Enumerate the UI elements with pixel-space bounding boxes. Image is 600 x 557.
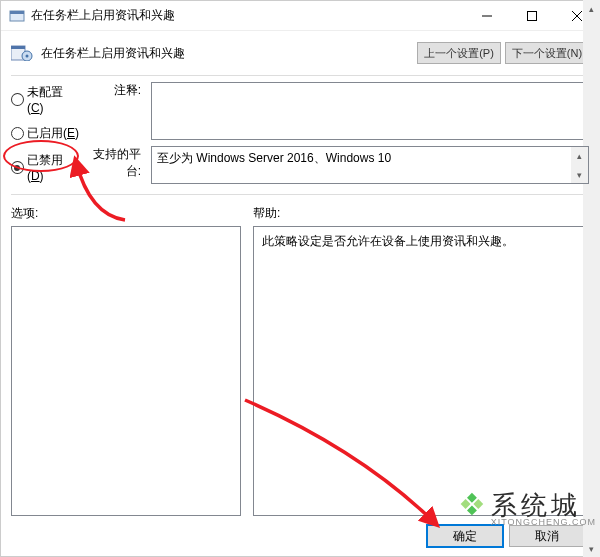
scrollbar[interactable]: ▴ ▾ (571, 147, 588, 183)
policy-icon (11, 45, 33, 61)
help-header: 帮助: (253, 205, 280, 222)
previous-setting-button[interactable]: 上一个设置(P) (417, 42, 501, 64)
svg-point-6 (26, 55, 29, 58)
radio-icon (11, 93, 24, 106)
help-text: 此策略设定是否允许在设备上使用资讯和兴趣。 (262, 234, 514, 248)
supported-platform-box: 至少为 Windows Server 2016、Windows 10 ▴ ▾ (151, 146, 589, 184)
svg-rect-1 (10, 11, 24, 14)
scroll-up-icon: ▴ (571, 147, 588, 164)
radio-label-enabled: 已启用(E) (27, 125, 79, 142)
help-pane: 此策略设定是否允许在设备上使用资讯和兴趣。 (253, 226, 589, 516)
comment-textarea[interactable]: ▴ ▾ (151, 82, 589, 140)
radio-disabled[interactable]: 已禁用(D) (11, 152, 79, 183)
svg-rect-4 (11, 46, 25, 49)
header-toolbar: 在任务栏上启用资讯和兴趣 上一个设置(P) 下一个设置(N) (1, 31, 599, 75)
next-setting-button[interactable]: 下一个设置(N) (505, 42, 589, 64)
dialog-window: 在任务栏上启用资讯和兴趣 在任务栏上启用资讯和兴趣 上一个设置(P) (0, 0, 600, 557)
platform-label: 支持的平台: (87, 146, 147, 180)
scroll-down-icon: ▾ (571, 166, 588, 183)
policy-title: 在任务栏上启用资讯和兴趣 (41, 45, 185, 62)
radio-label-not-configured: 未配置(C) (27, 84, 79, 115)
window-icon (9, 8, 25, 24)
minimize-button[interactable] (464, 1, 509, 30)
ok-button[interactable]: 确定 (427, 525, 503, 547)
titlebar: 在任务栏上启用资讯和兴趣 (1, 1, 599, 31)
radio-not-configured[interactable]: 未配置(C) (11, 84, 79, 115)
radio-label-disabled: 已禁用(D) (27, 152, 79, 183)
platform-value: 至少为 Windows Server 2016、Windows 10 (157, 150, 391, 167)
options-header: 选项: (11, 205, 241, 222)
radio-icon (11, 127, 24, 140)
radio-enabled[interactable]: 已启用(E) (11, 125, 79, 142)
divider (11, 194, 589, 195)
radio-icon (11, 161, 24, 174)
svg-rect-2 (527, 11, 536, 20)
scrollbar[interactable]: ▴ ▾ (583, 82, 589, 140)
divider (11, 75, 589, 76)
maximize-button[interactable] (509, 1, 554, 30)
cancel-button[interactable]: 取消 (509, 525, 585, 547)
window-title: 在任务栏上启用资讯和兴趣 (31, 7, 175, 24)
options-pane (11, 226, 241, 516)
comment-label: 注释: (87, 82, 147, 99)
